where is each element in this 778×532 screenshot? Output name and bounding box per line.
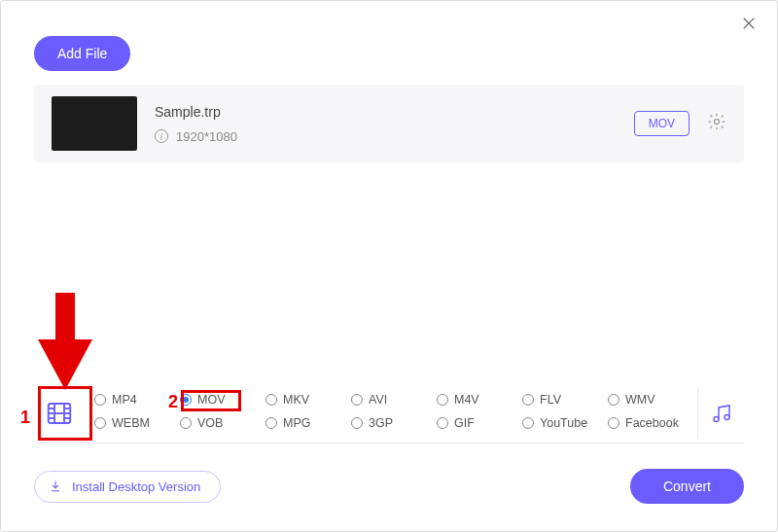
format-option-mkv[interactable]: MKV: [265, 393, 347, 407]
format-option-mov[interactable]: MOV: [180, 393, 262, 407]
svg-point-9: [714, 417, 719, 422]
radio-icon: [265, 394, 277, 406]
file-item: Sample.trp i 1920*1080 MOV: [34, 85, 744, 162]
svg-point-0: [715, 120, 720, 124]
format-label: VOB: [197, 416, 223, 430]
format-option-mpg[interactable]: MPG: [265, 416, 347, 430]
radio-icon: [608, 417, 619, 429]
format-label: 3GP: [369, 416, 393, 430]
radio-icon: [522, 417, 534, 429]
format-label: YouTube: [540, 416, 587, 430]
info-icon[interactable]: i: [155, 129, 168, 143]
format-option-wmv[interactable]: WMV: [608, 393, 690, 407]
output-format-badge[interactable]: MOV: [634, 111, 690, 136]
radio-icon: [180, 394, 192, 406]
svg-point-10: [725, 415, 729, 420]
format-option-3gp[interactable]: 3GP: [351, 416, 433, 430]
format-option-m4v[interactable]: M4V: [437, 393, 518, 407]
annotation-arrow: [38, 293, 92, 394]
format-label: WEBM: [112, 416, 150, 430]
video-thumbnail[interactable]: [52, 96, 137, 151]
format-label: AVI: [369, 393, 387, 407]
format-label: MP4: [112, 393, 137, 407]
file-name: Sample.trp: [155, 104, 634, 120]
format-option-gif[interactable]: GIF: [437, 416, 518, 430]
install-desktop-button[interactable]: Install Desktop Version: [34, 471, 221, 503]
radio-icon: [94, 417, 106, 429]
format-option-vob[interactable]: VOB: [180, 416, 262, 430]
radio-icon: [94, 394, 106, 406]
format-label: MPG: [283, 416, 310, 430]
format-label: Facebook: [625, 416, 679, 430]
format-label: M4V: [454, 393, 479, 407]
format-label: MOV: [197, 393, 225, 407]
format-option-avi[interactable]: AVI: [351, 393, 433, 407]
radio-icon: [180, 417, 192, 429]
format-panel: MP4MOVMKVAVIM4VFLVWMVWEBMVOBMPG3GPGIFYou…: [34, 388, 744, 443]
install-desktop-label: Install Desktop Version: [72, 479, 200, 494]
close-icon[interactable]: [740, 15, 758, 36]
radio-icon: [437, 394, 448, 406]
radio-icon: [351, 417, 363, 429]
radio-icon: [522, 394, 534, 406]
annotation-number-1: 1: [20, 408, 30, 428]
format-label: WMV: [625, 393, 655, 407]
radio-icon: [608, 394, 619, 406]
radio-icon: [265, 417, 277, 429]
format-label: FLV: [540, 393, 561, 407]
format-option-flv[interactable]: FLV: [522, 393, 604, 407]
radio-icon: [351, 394, 363, 406]
radio-icon: [437, 417, 448, 429]
add-file-button[interactable]: Add File: [34, 36, 130, 71]
format-label: GIF: [454, 416, 475, 430]
convert-button[interactable]: Convert: [630, 469, 744, 504]
format-option-youtube[interactable]: YouTube: [522, 416, 604, 430]
format-option-webm[interactable]: WEBM: [94, 416, 176, 430]
audio-tab-icon[interactable]: [697, 388, 744, 439]
format-option-mp4[interactable]: MP4: [94, 393, 176, 407]
format-label: MKV: [283, 393, 309, 407]
video-tab-icon[interactable]: [34, 388, 85, 439]
format-option-facebook[interactable]: Facebook: [608, 416, 690, 430]
download-icon: [49, 479, 62, 493]
file-resolution: 1920*1080: [176, 129, 237, 144]
gear-icon[interactable]: [707, 112, 726, 135]
